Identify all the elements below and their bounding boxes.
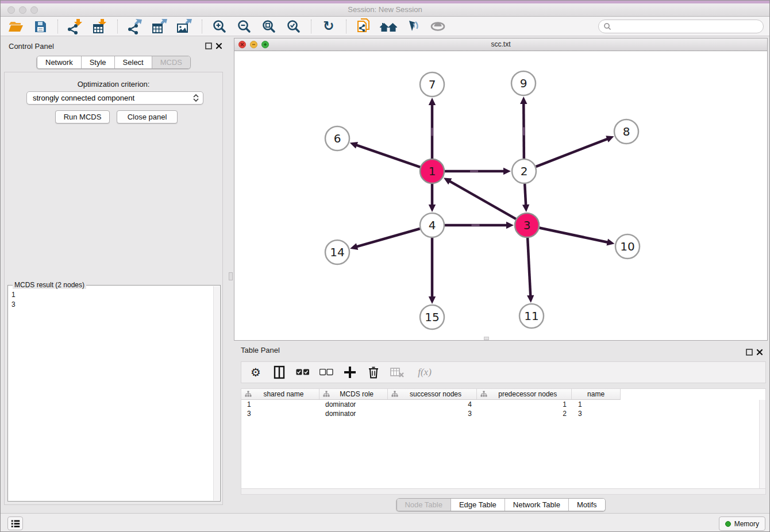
fit-content-button[interactable]	[260, 18, 278, 34]
zoom-selected-button[interactable]	[284, 18, 303, 34]
result-scrollbar[interactable]	[213, 286, 220, 500]
home-houses-icon	[379, 20, 398, 33]
search-box[interactable]	[598, 20, 764, 33]
column-header-label: name	[575, 390, 620, 398]
task-history-button[interactable]	[7, 516, 23, 530]
table-panel: Table Panel ⚙	[234, 342, 768, 512]
column-header-successor-nodes[interactable]: successor nodes	[388, 389, 478, 399]
tab-style[interactable]: Style	[82, 56, 115, 68]
select-all-icon	[296, 369, 310, 376]
function-builder-button: f(x)	[413, 365, 436, 380]
close-panel-button[interactable]: Close panel	[117, 110, 178, 124]
window-zoom-icon[interactable]	[30, 6, 38, 14]
table-tab-motifs[interactable]: Motifs	[569, 499, 605, 511]
memory-button[interactable]: Memory	[719, 516, 765, 531]
deselect-all-icon	[319, 369, 333, 376]
graph-node-label: 14	[330, 245, 344, 259]
open-session-button[interactable]	[6, 18, 25, 34]
table-panel-title: Table Panel	[241, 346, 280, 354]
table-row[interactable]: 3dominator323	[241, 409, 765, 418]
column-header-name[interactable]: name	[572, 389, 620, 399]
graph-edge-2-8[interactable]	[536, 138, 609, 167]
float-panel-icon[interactable]	[205, 43, 212, 49]
tab-mcds[interactable]: MCDS	[152, 56, 190, 68]
edge-arrowhead	[350, 142, 358, 149]
import-network-button[interactable]	[66, 18, 84, 34]
column-header-label: successor nodes	[398, 390, 477, 398]
edge-label-mark	[472, 225, 480, 226]
table-cell: 1	[478, 400, 572, 408]
table-tab-network-table[interactable]: Network Table	[505, 499, 569, 511]
network-file-icon	[356, 18, 371, 34]
column-header-MCDS-role[interactable]: MCDS role	[319, 389, 388, 399]
graph-node-label: 10	[620, 240, 634, 253]
float-table-panel-icon[interactable]	[746, 349, 753, 356]
table-settings-button[interactable]: ⚙	[248, 365, 263, 380]
tab-network[interactable]: Network	[37, 56, 82, 68]
network-minimize-icon[interactable]	[250, 41, 257, 48]
graph-edge-4-14[interactable]	[356, 229, 420, 247]
export-image-button[interactable]	[175, 18, 194, 34]
trash-icon	[367, 365, 380, 379]
table-row[interactable]: 1dominator411	[241, 400, 765, 409]
network-maximize-icon[interactable]	[261, 41, 269, 48]
select-all-button[interactable]	[295, 365, 310, 380]
hierarchy-icon	[391, 391, 398, 398]
apply-style-button[interactable]	[404, 18, 422, 34]
network-from-file-button[interactable]	[355, 18, 373, 34]
table-cell: 1	[241, 400, 319, 408]
deselect-all-button[interactable]	[319, 365, 334, 380]
window-minimize-icon[interactable]	[19, 6, 26, 14]
import-table-button[interactable]	[91, 18, 109, 34]
table-scrollbar[interactable]	[759, 400, 765, 488]
window-close-icon[interactable]	[7, 6, 15, 14]
graph-edge-3-11[interactable]	[528, 238, 530, 296]
tab-select[interactable]: Select	[115, 56, 152, 68]
network-canvas[interactable]: 7968124314101511	[234, 51, 767, 340]
network-close-icon[interactable]	[238, 41, 246, 48]
close-panel-icon[interactable]	[215, 43, 222, 49]
graph-edge-1-6[interactable]	[356, 145, 420, 167]
edge-arrowhead	[520, 97, 527, 104]
graph-edge-3-10[interactable]	[540, 228, 609, 242]
run-mcds-button[interactable]: Run MCDS	[55, 110, 110, 124]
table-tab-edge-table[interactable]: Edge Table	[451, 499, 505, 511]
close-table-panel-icon[interactable]	[756, 349, 763, 356]
graph-edge-2-3[interactable]	[525, 184, 526, 206]
table-body: 1dominator4113dominator323	[241, 400, 765, 418]
column-header-shared-name[interactable]: shared name	[241, 389, 319, 399]
toolbar-separator	[57, 20, 58, 33]
delete-row-button[interactable]	[366, 365, 381, 380]
search-input[interactable]	[615, 22, 759, 30]
graph-edge-3-1[interactable]	[449, 181, 516, 219]
save-session-button[interactable]	[31, 18, 49, 34]
table-cell: 3	[388, 410, 478, 418]
table-tab-node-table[interactable]: Node Table	[396, 499, 451, 511]
add-row-button[interactable]	[342, 365, 357, 380]
table-toolbar: ⚙	[241, 361, 766, 383]
export-network-button[interactable]	[126, 18, 144, 34]
panel-splitter-handle[interactable]	[229, 272, 233, 280]
mcds-result-text[interactable]: 1 3	[9, 289, 213, 500]
apply-style-icon	[406, 19, 421, 34]
zoom-out-button[interactable]	[235, 18, 253, 34]
export-network-icon	[126, 18, 144, 34]
table-hscrollbar[interactable]	[241, 489, 766, 495]
graph-node-label: 3	[523, 218, 531, 232]
column-options-button[interactable]	[272, 365, 287, 380]
edge-arrowhead	[522, 205, 529, 212]
zoom-in-button[interactable]	[210, 18, 229, 34]
import-network-icon	[67, 18, 84, 34]
home-button[interactable]	[379, 18, 398, 34]
export-table-button[interactable]	[151, 18, 169, 34]
graph-node-label: 1	[429, 164, 436, 178]
canvas-splitter-handle[interactable]	[484, 337, 489, 340]
fit-content-icon	[261, 19, 276, 34]
column-header-predecessor-nodes[interactable]: predecessor nodes	[477, 389, 572, 399]
delete-table-icon	[390, 366, 405, 379]
fx-icon: f(x)	[418, 367, 432, 378]
hierarchy-icon	[245, 391, 252, 398]
mcds-panel: Optimization criterion: strongly connect…	[4, 72, 223, 505]
criterion-dropdown[interactable]: strongly connected component	[26, 91, 203, 105]
refresh-view-button[interactable]: ↻	[319, 18, 338, 34]
